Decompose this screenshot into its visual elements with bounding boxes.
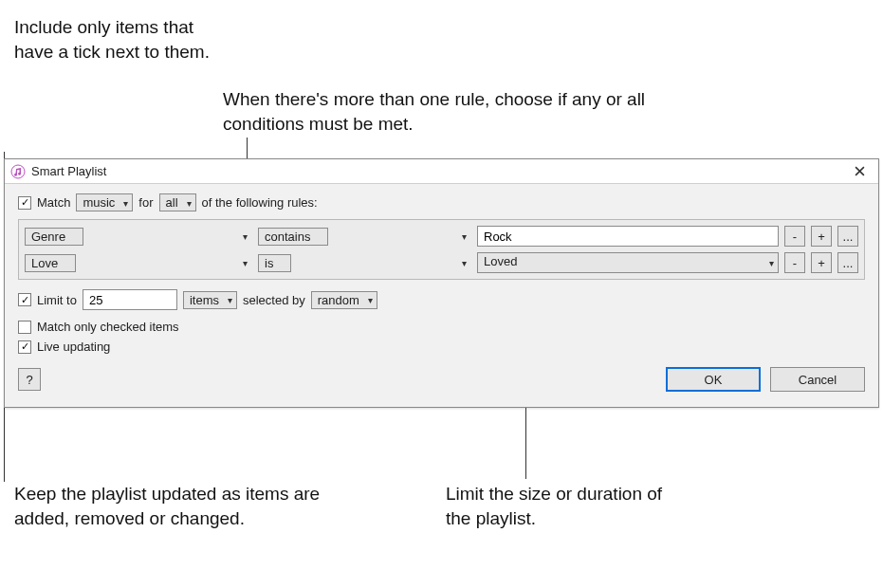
- rule-value-select[interactable]: Loved ▾: [477, 252, 779, 273]
- match-suffix-label: of the following rules:: [202, 195, 318, 210]
- match-for-label: for: [138, 195, 153, 210]
- rules-container: Genre ▾ contains ▾ - + ... Love ▾: [18, 219, 865, 280]
- callout-line: [4, 474, 5, 482]
- callout-checked-items: Include only items that have a tick next…: [14, 15, 213, 64]
- rule-operator-select[interactable]: contains ▾: [258, 229, 471, 244]
- help-button[interactable]: ?: [18, 368, 41, 391]
- live-updating-row: ✓ Live updating: [18, 340, 865, 354]
- rule-field-value: Genre: [25, 228, 83, 246]
- match-media-select[interactable]: music ▾: [76, 195, 133, 210]
- rule-field-select[interactable]: Love ▾: [25, 255, 252, 270]
- rule-operator-value: is: [258, 254, 291, 272]
- itunes-icon: [10, 164, 26, 179]
- svg-point-0: [11, 165, 25, 178]
- live-updating-label: Live updating: [37, 340, 110, 354]
- rule-field-select[interactable]: Genre ▾: [25, 229, 252, 244]
- add-rule-button[interactable]: +: [811, 252, 832, 273]
- cancel-button[interactable]: Cancel: [770, 367, 865, 392]
- callout-match-scope: When there's more than one rule, choose …: [223, 87, 678, 136]
- limit-label: Limit to: [37, 293, 77, 307]
- limit-method-value: random: [311, 291, 377, 309]
- match-checked-checkbox[interactable]: [18, 321, 31, 334]
- limit-count-input[interactable]: [83, 289, 177, 310]
- match-media-value: music: [76, 193, 133, 211]
- match-label: Match: [37, 195, 70, 210]
- rule-value-input[interactable]: [477, 226, 779, 247]
- rule-row: Love ▾ is ▾ Loved ▾ - + ...: [25, 252, 858, 273]
- rule-more-button[interactable]: ...: [837, 252, 858, 273]
- titlebar: Smart Playlist: [5, 159, 878, 184]
- remove-rule-button[interactable]: -: [784, 252, 805, 273]
- rule-more-button[interactable]: ...: [837, 226, 858, 247]
- rule-operator-value: contains: [258, 228, 328, 246]
- chevron-down-icon: ▾: [462, 258, 467, 268]
- match-scope-select[interactable]: all ▾: [159, 195, 196, 210]
- dialog-content: ✓ Match music ▾ for all ▾ of the followi…: [5, 184, 878, 407]
- chevron-down-icon: ▾: [243, 231, 248, 242]
- limit-row: ✓ Limit to items ▾ selected by random ▾: [18, 289, 865, 310]
- match-checkbox[interactable]: ✓: [18, 196, 31, 210]
- ok-button[interactable]: OK: [666, 367, 761, 392]
- match-checked-label: Match only checked items: [37, 320, 179, 334]
- add-rule-button[interactable]: +: [811, 226, 832, 247]
- match-checked-row: Match only checked items: [18, 320, 865, 334]
- match-row: ✓ Match music ▾ for all ▾ of the followi…: [18, 195, 865, 210]
- live-updating-checkbox[interactable]: ✓: [18, 340, 31, 354]
- limit-selected-by-label: selected by: [243, 293, 305, 307]
- close-button[interactable]: [846, 162, 873, 181]
- rule-row: Genre ▾ contains ▾ - + ...: [25, 226, 858, 247]
- rule-field-value: Love: [25, 254, 76, 272]
- remove-rule-button[interactable]: -: [784, 226, 805, 247]
- limit-unit-select[interactable]: items ▾: [183, 293, 237, 307]
- limit-checkbox[interactable]: ✓: [18, 293, 31, 306]
- rule-operator-select[interactable]: is ▾: [258, 255, 471, 270]
- callout-live-updating: Keep the playlist updated as items are a…: [14, 482, 327, 530]
- chevron-down-icon: ▾: [462, 231, 467, 242]
- smart-playlist-dialog: Smart Playlist ✓ Match music ▾ for all ▾…: [4, 158, 879, 408]
- window-title: Smart Playlist: [31, 164, 106, 178]
- dialog-footer: ? OK Cancel: [18, 367, 865, 392]
- rule-value-value: Loved: [477, 252, 779, 273]
- close-icon: [855, 166, 865, 176]
- chevron-down-icon: ▾: [243, 258, 248, 268]
- match-scope-value: all: [159, 193, 196, 211]
- callout-limit: Limit the size or duration of the playli…: [446, 482, 683, 530]
- limit-unit-value: items: [183, 291, 237, 309]
- limit-method-select[interactable]: random ▾: [311, 293, 377, 307]
